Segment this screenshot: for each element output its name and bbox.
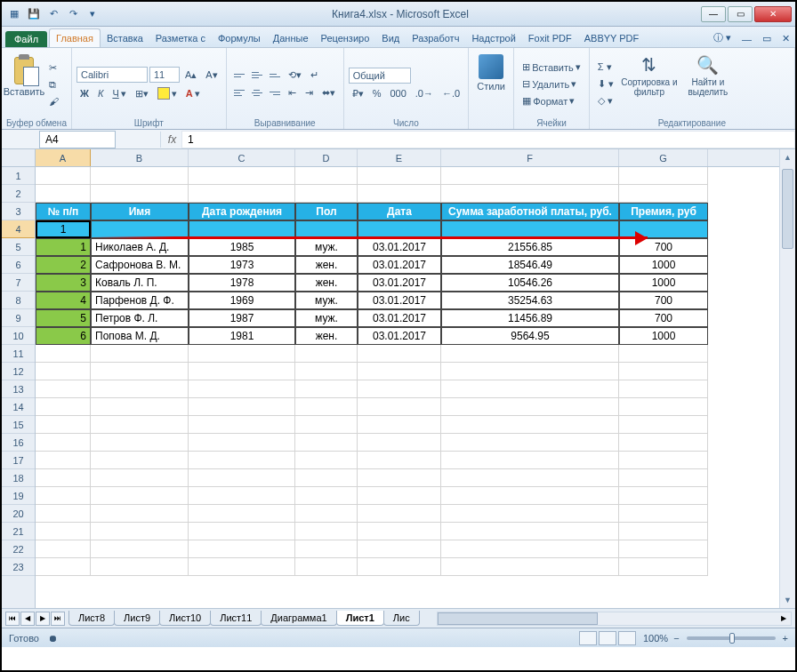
font-name-box[interactable]: Calibri [76,67,148,83]
cell[interactable] [619,398,708,416]
col-header-A[interactable]: A [36,149,91,166]
ribbon-tab-8[interactable]: Надстрой [465,29,521,47]
cell[interactable] [189,363,295,380]
cell[interactable] [619,452,708,469]
ribbon-tab-4[interactable]: Данные [267,29,315,47]
cell[interactable] [619,505,708,523]
cell[interactable] [358,220,441,238]
cell[interactable] [36,487,91,505]
styles-button[interactable]: Стили [473,51,509,117]
cell[interactable] [189,185,295,203]
cell[interactable] [36,434,91,452]
row-header[interactable]: 9 [2,309,35,327]
qat-more-icon[interactable]: ▾ [85,7,100,21]
cell[interactable] [189,558,295,576]
cell[interactable] [91,398,189,416]
cell[interactable] [189,380,295,398]
undo-icon[interactable]: ↶ [46,7,60,21]
row-header[interactable]: 20 [2,505,35,523]
cell[interactable] [91,434,189,452]
cell[interactable]: Премия, руб [619,203,708,220]
cell[interactable] [295,416,358,434]
cell[interactable]: № п/п [36,203,91,220]
cell[interactable] [619,558,708,576]
cell[interactable] [358,167,441,185]
cell[interactable]: муж. [295,238,358,256]
macro-record-icon[interactable]: ⏺ [48,633,58,644]
cell[interactable]: 3 [36,274,91,292]
cell[interactable] [358,363,441,380]
cell[interactable]: 700 [619,292,708,309]
cell[interactable]: 1978 [189,274,295,292]
scroll-up-icon[interactable]: ▲ [780,149,795,165]
cell[interactable] [91,220,189,238]
font-size-box[interactable]: 11 [149,67,180,83]
horizontal-scrollbar[interactable]: ◀ ▶ [437,612,792,626]
cell[interactable] [358,398,441,416]
file-tab[interactable]: Файл [5,31,47,47]
cell[interactable]: 1000 [619,256,708,274]
row-header[interactable]: 3 [2,203,35,220]
cell[interactable] [619,220,708,238]
cell[interactable]: муж. [295,309,358,327]
cell[interactable] [36,558,91,576]
cell[interactable] [91,540,189,558]
cell[interactable]: 1 [36,238,91,256]
cell[interactable] [619,167,708,185]
cell[interactable]: 03.01.2017 [358,274,441,292]
cell[interactable] [189,345,295,363]
ribbon-tab-1[interactable]: Вставка [101,29,149,47]
sheet-last-icon[interactable]: ⏭ [51,612,65,626]
cell[interactable] [91,363,189,380]
merge-button[interactable]: ⬌▾ [318,85,339,100]
cell[interactable]: 1985 [189,238,295,256]
cell[interactable] [441,185,619,203]
cell[interactable]: Сумма заработной платы, руб. [441,203,619,220]
cell[interactable] [441,523,619,540]
cell[interactable] [189,505,295,523]
hscroll-thumb[interactable] [438,612,598,625]
scroll-right-icon[interactable]: ▶ [777,612,791,625]
cell[interactable] [358,345,441,363]
ribbon-tab-9[interactable]: Foxit PDF [522,29,578,47]
clear-button[interactable]: ◇ ▾ [594,93,617,108]
select-all-corner[interactable] [2,149,35,167]
cell[interactable]: жен. [295,327,358,345]
cell[interactable] [441,434,619,452]
doc-restore-icon[interactable]: ▭ [757,30,777,47]
spreadsheet-grid[interactable]: 1234567891011121314151617181920212223 A … [2,149,795,608]
sheet-tab[interactable]: Лист10 [159,611,211,626]
page-layout-view-button[interactable] [599,631,616,645]
cell[interactable]: Пол [295,203,358,220]
row-header[interactable]: 12 [2,363,35,380]
zoom-slider[interactable] [687,636,776,640]
sheet-first-icon[interactable]: ⏮ [5,612,20,626]
cell[interactable]: 1 [36,220,91,238]
ribbon-tab-5[interactable]: Рецензиро [315,29,376,47]
cell[interactable]: 03.01.2017 [358,292,441,309]
row-header[interactable]: 1 [2,167,35,185]
cell[interactable] [36,185,91,203]
cell[interactable] [36,167,91,185]
cell[interactable] [36,398,91,416]
cell[interactable]: 4 [36,292,91,309]
col-header-D[interactable]: D [295,149,358,166]
sheet-tab[interactable]: Диаграмма1 [261,611,336,626]
ribbon-tab-6[interactable]: Вид [375,29,406,47]
cell[interactable] [91,416,189,434]
zoom-out-button[interactable]: − [673,633,679,644]
cell[interactable] [441,487,619,505]
redo-icon[interactable]: ↷ [66,7,80,21]
cell[interactable] [295,469,358,487]
ribbon-min-icon[interactable]: — [737,31,757,47]
cell[interactable]: 03.01.2017 [358,238,441,256]
name-box[interactable]: A4 [39,131,116,148]
cell[interactable]: Дата [358,203,441,220]
align-right-button[interactable] [267,86,283,100]
cell[interactable]: 18546.49 [441,256,619,274]
cell[interactable] [358,185,441,203]
vscroll-thumb[interactable] [782,169,793,249]
col-header-G[interactable]: G [619,149,708,166]
cell[interactable]: 6 [36,327,91,345]
doc-close-icon[interactable]: ✕ [777,30,795,47]
